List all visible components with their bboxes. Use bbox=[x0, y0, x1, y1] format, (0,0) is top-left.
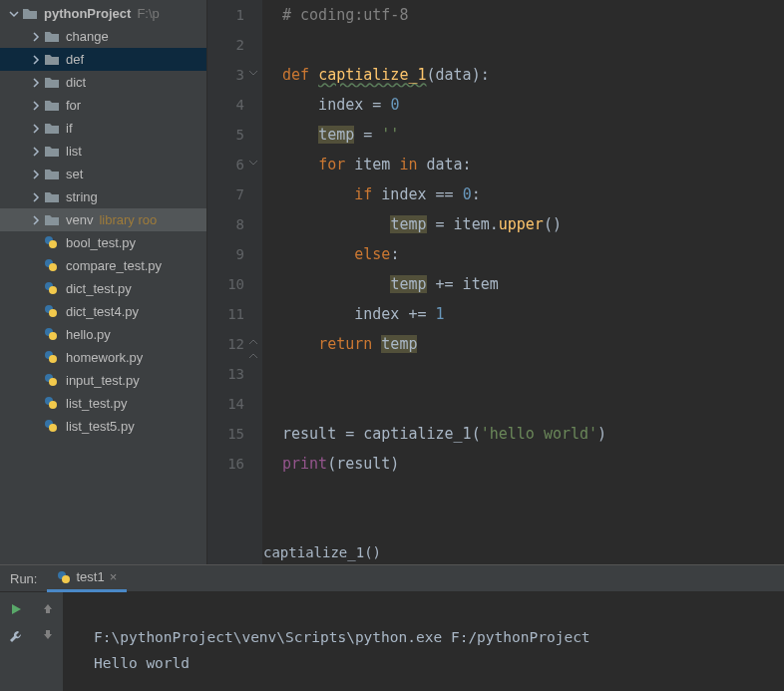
console-output[interactable]: F:\pythonProject\venv\Scripts\python.exe… bbox=[64, 592, 784, 691]
chevron-right-icon bbox=[28, 29, 44, 45]
rerun-icon[interactable] bbox=[9, 602, 23, 616]
folder-icon bbox=[44, 52, 60, 68]
tree-folder-change[interactable]: change bbox=[0, 25, 206, 48]
folder-label: string bbox=[66, 189, 98, 204]
tree-folder-def[interactable]: def bbox=[0, 48, 206, 71]
folder-label: if bbox=[66, 121, 73, 136]
file-label: list_test5.py bbox=[66, 419, 135, 434]
file-label: list_test.py bbox=[66, 396, 127, 411]
run-label: Run: bbox=[0, 571, 47, 586]
svg-point-3 bbox=[49, 263, 57, 271]
code-editor[interactable]: 12345678910111213141516 # coding:utf-8 d… bbox=[207, 0, 784, 564]
chevron-right-icon bbox=[28, 52, 44, 68]
close-icon[interactable]: × bbox=[110, 569, 118, 584]
tree-file[interactable]: hello.py bbox=[0, 323, 206, 346]
svg-point-11 bbox=[49, 355, 57, 363]
svg-point-1 bbox=[49, 240, 57, 248]
project-path: F:\p bbox=[137, 6, 159, 21]
chevron-down-icon bbox=[6, 6, 22, 22]
folder-label: set bbox=[66, 167, 83, 181]
python-file-icon bbox=[57, 570, 71, 584]
folder-icon bbox=[44, 121, 60, 137]
chevron-right-icon bbox=[28, 212, 44, 228]
venv-extra-label: library roo bbox=[99, 212, 157, 227]
wrench-icon[interactable] bbox=[9, 630, 23, 644]
project-tree[interactable]: pythonProject F:\p changedefdictforiflis… bbox=[0, 0, 207, 564]
python-file-icon bbox=[44, 419, 60, 435]
tree-folder-string[interactable]: string bbox=[0, 185, 206, 208]
venv-label: venv bbox=[66, 212, 93, 227]
tree-root-row[interactable]: pythonProject F:\p bbox=[0, 2, 206, 25]
file-label: bool_test.py bbox=[66, 235, 136, 250]
fold-end-icon[interactable] bbox=[248, 351, 260, 363]
tree-file[interactable]: input_test.py bbox=[0, 369, 206, 392]
svg-point-7 bbox=[49, 309, 57, 317]
tree-folder-for[interactable]: for bbox=[0, 94, 206, 117]
folder-icon bbox=[44, 167, 60, 182]
tree-folder-if[interactable]: if bbox=[0, 117, 206, 140]
folder-icon bbox=[44, 29, 60, 45]
tree-folder-dict[interactable]: dict bbox=[0, 71, 206, 94]
svg-point-9 bbox=[49, 332, 57, 340]
folder-icon bbox=[44, 98, 60, 114]
chevron-right-icon bbox=[28, 121, 44, 137]
python-file-icon bbox=[44, 235, 60, 251]
tree-folder-set[interactable]: set bbox=[0, 163, 206, 185]
chevron-right-icon bbox=[28, 75, 44, 91]
file-label: compare_test.py bbox=[66, 258, 162, 273]
tree-venv-row[interactable]: venv library roo bbox=[0, 208, 206, 231]
file-label: hello.py bbox=[66, 327, 111, 342]
tree-file[interactable]: bool_test.py bbox=[0, 231, 206, 254]
folder-label: list bbox=[66, 144, 82, 159]
run-tab-label: test1 bbox=[76, 569, 104, 584]
console-path: F:\pythonProject\venv\Scripts\python.exe… bbox=[94, 629, 590, 645]
tree-file[interactable]: compare_test.py bbox=[0, 254, 206, 277]
folder-icon bbox=[44, 75, 60, 91]
tree-file[interactable]: dict_test.py bbox=[0, 277, 206, 300]
folder-label: for bbox=[66, 98, 81, 113]
project-name: pythonProject bbox=[44, 6, 131, 21]
arrow-down-icon[interactable] bbox=[42, 628, 54, 640]
chevron-right-icon bbox=[28, 167, 44, 182]
python-file-icon bbox=[44, 396, 60, 412]
file-label: dict_test4.py bbox=[66, 304, 139, 319]
run-header: Run: test1 × bbox=[0, 565, 784, 592]
folder-label: change bbox=[66, 29, 109, 44]
tree-file[interactable]: list_test.py bbox=[0, 392, 206, 415]
python-file-icon bbox=[44, 281, 60, 297]
folder-icon bbox=[22, 6, 38, 22]
code-content[interactable]: # coding:utf-8 def captialize_1(data): i… bbox=[262, 0, 784, 564]
tree-file[interactable]: dict_test4.py bbox=[0, 300, 206, 323]
file-label: dict_test.py bbox=[66, 281, 132, 296]
tree-file[interactable]: homework.py bbox=[0, 346, 206, 369]
tree-folder-list[interactable]: list bbox=[0, 140, 206, 163]
tree-file[interactable]: list_test5.py bbox=[0, 415, 206, 438]
fold-marker-icon[interactable] bbox=[248, 68, 260, 80]
python-file-icon bbox=[44, 304, 60, 320]
line-gutter: 12345678910111213141516 bbox=[207, 0, 262, 564]
file-label: homework.py bbox=[66, 350, 143, 365]
folder-icon bbox=[44, 189, 60, 205]
chevron-right-icon bbox=[28, 98, 44, 114]
fold-end-icon[interactable] bbox=[248, 337, 260, 349]
svg-point-15 bbox=[49, 401, 57, 409]
python-file-icon bbox=[44, 373, 60, 389]
fold-marker-icon[interactable] bbox=[248, 158, 260, 170]
run-toolbar bbox=[0, 592, 32, 691]
run-tab[interactable]: test1 × bbox=[47, 565, 127, 592]
chevron-right-icon bbox=[28, 144, 44, 160]
run-nav bbox=[32, 592, 64, 691]
folder-icon bbox=[44, 144, 60, 160]
arrow-up-icon[interactable] bbox=[42, 602, 54, 614]
folder-label: def bbox=[66, 52, 84, 67]
svg-point-19 bbox=[62, 575, 70, 583]
run-tool-window: Run: test1 × F:\pythonProject\venv\Scrip… bbox=[0, 564, 784, 691]
console-line: Hello world bbox=[94, 655, 190, 671]
python-file-icon bbox=[44, 350, 60, 366]
svg-point-17 bbox=[49, 424, 57, 432]
breadcrumb[interactable]: captialize_1() bbox=[263, 544, 381, 560]
chevron-right-icon bbox=[28, 189, 44, 205]
python-file-icon bbox=[44, 327, 60, 343]
folder-icon bbox=[44, 212, 60, 228]
folder-label: dict bbox=[66, 75, 86, 90]
